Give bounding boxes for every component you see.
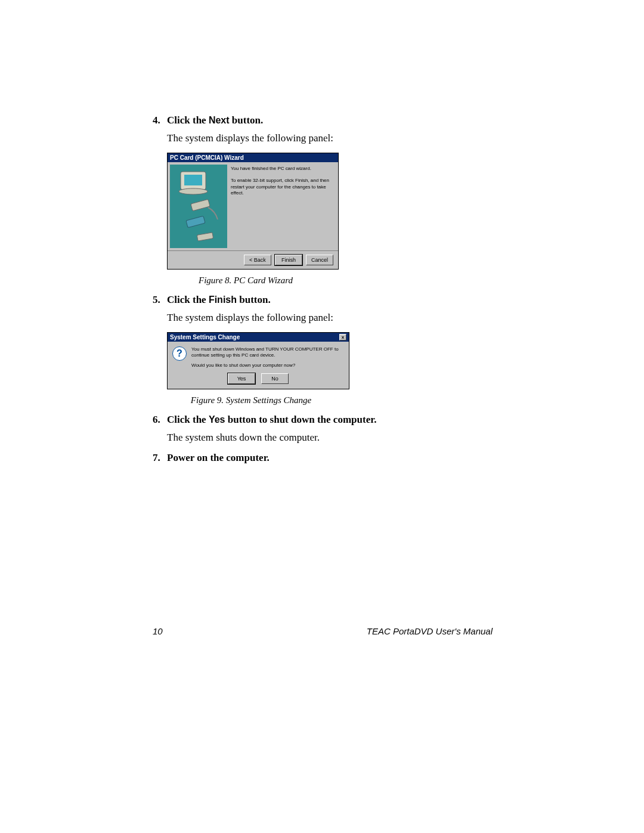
svg-rect-1 <box>184 175 202 185</box>
figure-8-caption: Figure 8. PC Card Wizard <box>153 275 339 286</box>
step-number: 6. <box>153 414 167 426</box>
wizard-text-line1: You have finished the PC card wizard. <box>231 166 335 172</box>
step-number: 7. <box>153 452 167 464</box>
no-button[interactable]: No <box>261 373 289 384</box>
cancel-button[interactable]: Cancel <box>306 255 333 265</box>
step-6: 6. Click the Yes button to shut down the… <box>153 414 493 444</box>
step-7: 7. Power on the computer. <box>153 452 493 464</box>
msgbox-text: You must shut down Windows and TURN YOUR… <box>191 346 344 368</box>
step-instruction: Click the Finish button. <box>167 294 271 306</box>
wizard-button-row: < Back Finish Cancel <box>168 250 338 269</box>
svg-point-2 <box>179 188 208 194</box>
step-instruction: Click the Next button. <box>167 114 263 126</box>
step-5: 5. Click the Finish button. The system d… <box>153 294 493 324</box>
msgbox-titlebar: System Settings Change x <box>168 333 349 342</box>
step-body: The system displays the following panel: <box>167 312 493 324</box>
finish-button[interactable]: Finish <box>275 255 302 265</box>
page-content: 4. Click the Next button. The system dis… <box>153 114 493 469</box>
pc-card-wizard-dialog: PC Card (PCMCIA) Wizard You have finishe… <box>167 153 339 270</box>
step-instruction: Click the Yes button to shut down the co… <box>167 414 376 426</box>
back-button[interactable]: < Back <box>244 255 271 265</box>
msgbox-title: System Settings Change <box>170 334 240 340</box>
svg-rect-4 <box>186 216 205 227</box>
yes-button[interactable]: Yes <box>228 373 255 384</box>
msgbox-button-row: Yes No <box>168 371 349 389</box>
wizard-text-line2: To enable 32-bit support, click Finish, … <box>231 178 335 196</box>
step-4: 4. Click the Next button. The system dis… <box>153 114 493 144</box>
page-number: 10 <box>153 626 163 636</box>
question-icon: ? <box>172 346 187 361</box>
svg-rect-5 <box>197 233 213 241</box>
step-body: The system displays the following panel: <box>167 132 493 144</box>
svg-rect-3 <box>191 199 210 210</box>
step-number: 5. <box>153 294 167 306</box>
manual-title: TEAC PortaDVD User's Manual <box>367 626 493 636</box>
system-settings-change-dialog: System Settings Change x ? You must shut… <box>167 332 349 389</box>
close-icon[interactable]: x <box>339 334 346 340</box>
step-body: The system shuts down the computer. <box>167 432 493 444</box>
wizard-text: You have finished the PC card wizard. To… <box>230 162 338 250</box>
page-footer: 10 TEAC PortaDVD User's Manual <box>153 626 493 636</box>
wizard-illustration <box>170 165 227 248</box>
step-instruction: Power on the computer. <box>167 452 270 464</box>
wizard-titlebar: PC Card (PCMCIA) Wizard <box>168 153 338 162</box>
step-number: 4. <box>153 114 167 126</box>
msgbox-text-line2: Would you like to shut down your compute… <box>191 363 344 368</box>
figure-9-caption: Figure 9. System Settings Change <box>153 395 349 405</box>
msgbox-text-line1: You must shut down Windows and TURN YOUR… <box>191 346 344 359</box>
